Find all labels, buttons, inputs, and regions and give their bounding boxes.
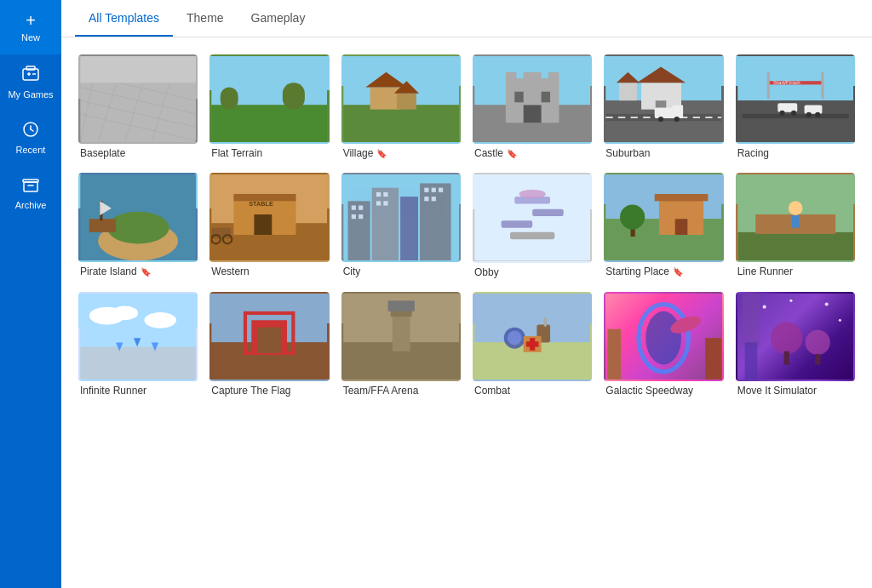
svg-rect-84 <box>371 188 398 261</box>
svg-rect-110 <box>675 219 688 235</box>
sidebar-item-new[interactable]: + New <box>0 0 61 54</box>
svg-rect-39 <box>514 92 523 103</box>
template-name-move-it-simulator: Move It Simulator <box>736 381 855 398</box>
tab-all-templates[interactable]: All Templates <box>75 1 173 37</box>
sidebar-archive-label: Archive <box>15 200 47 210</box>
svg-point-161 <box>838 318 840 321</box>
template-thumbnail-castle <box>473 54 592 144</box>
tab-gameplay[interactable]: Gameplay <box>238 1 319 37</box>
template-card-pirate-island[interactable]: Pirate Island🔖 <box>78 173 198 279</box>
template-name-castle: Castle🔖 <box>473 144 592 161</box>
svg-rect-109 <box>655 194 708 201</box>
svg-point-158 <box>762 305 766 308</box>
template-card-castle[interactable]: Castle🔖 <box>473 54 592 161</box>
template-card-team-arena[interactable]: Team/FFA Arena <box>341 292 461 398</box>
template-thumbnail-combat <box>473 292 592 381</box>
sidebar-item-my-games[interactable]: My Games <box>0 54 61 110</box>
tab-theme[interactable]: Theme <box>173 1 238 37</box>
bookmark-icon: 🔖 <box>673 267 683 277</box>
svg-rect-30 <box>397 94 416 110</box>
template-thumbnail-move-it-simulator <box>736 292 855 381</box>
svg-rect-133 <box>392 311 410 351</box>
template-card-obby[interactable]: Obby <box>473 173 592 279</box>
template-name-line-runner: Line Runner <box>736 262 855 279</box>
svg-point-122 <box>144 311 176 328</box>
svg-rect-23 <box>212 105 328 142</box>
svg-rect-99 <box>431 197 435 201</box>
template-card-move-it-simulator[interactable]: Move It Simulator <box>736 292 855 398</box>
svg-rect-141 <box>544 317 547 326</box>
svg-rect-130 <box>258 327 281 352</box>
template-thumbnail-city <box>341 173 461 262</box>
template-card-suburban[interactable]: Suburban <box>604 54 723 161</box>
plus-icon: + <box>26 12 36 29</box>
svg-rect-96 <box>431 188 435 192</box>
template-card-flat-terrain[interactable]: Flat Terrain <box>209 54 329 161</box>
template-card-starting-place[interactable]: Starting Place🔖 <box>604 173 723 279</box>
svg-rect-35 <box>506 72 517 83</box>
template-card-galactic-speedway[interactable]: Galactic Speedway <box>604 292 723 398</box>
template-card-capture-flag[interactable]: Capture The Flag <box>209 292 329 398</box>
svg-rect-70 <box>89 219 116 232</box>
svg-point-69 <box>107 212 169 244</box>
template-thumbnail-obby <box>473 173 592 262</box>
bookmark-icon: 🔖 <box>376 149 387 158</box>
svg-point-154 <box>771 322 803 354</box>
svg-rect-87 <box>351 206 355 210</box>
svg-rect-40 <box>542 92 550 103</box>
svg-point-112 <box>620 205 645 230</box>
svg-rect-114 <box>737 232 853 260</box>
template-name-capture-flag: Capture The Flag <box>209 381 329 398</box>
svg-rect-89 <box>351 214 355 219</box>
template-card-racing[interactable]: Start/Finish Racing <box>736 54 855 161</box>
my-games-icon <box>21 65 40 86</box>
svg-rect-86 <box>420 184 451 261</box>
template-thumbnail-baseplate <box>78 54 198 144</box>
sidebar-item-recent[interactable]: Recent <box>0 110 61 165</box>
svg-rect-65 <box>766 72 769 99</box>
svg-rect-97 <box>439 188 443 192</box>
svg-rect-135 <box>387 300 414 311</box>
svg-rect-1 <box>26 66 35 70</box>
svg-point-53 <box>674 117 680 122</box>
svg-rect-62 <box>804 105 822 113</box>
template-card-city[interactable]: City <box>341 173 461 279</box>
svg-rect-94 <box>383 202 387 206</box>
svg-point-4 <box>32 73 34 75</box>
svg-rect-46 <box>619 83 637 100</box>
svg-point-160 <box>824 302 828 305</box>
bookmark-icon: 🔖 <box>141 267 151 277</box>
sidebar-item-archive[interactable]: Archive <box>0 165 61 220</box>
svg-rect-92 <box>383 192 387 197</box>
template-thumbnail-racing: Start/Finish <box>736 54 855 144</box>
template-card-line-runner[interactable]: Line Runner <box>736 173 855 279</box>
svg-rect-155 <box>783 351 789 364</box>
template-thumbnail-pirate-island <box>78 173 198 262</box>
svg-rect-91 <box>376 192 381 197</box>
template-card-combat[interactable]: Combat <box>473 292 592 398</box>
svg-point-139 <box>508 330 522 345</box>
template-card-baseplate[interactable]: Baseplate <box>78 54 198 161</box>
svg-point-5 <box>34 73 36 75</box>
svg-rect-98 <box>424 197 428 201</box>
svg-rect-149 <box>608 328 622 379</box>
svg-rect-93 <box>376 202 381 206</box>
svg-rect-66 <box>821 72 823 99</box>
svg-point-60 <box>779 111 784 116</box>
template-card-western[interactable]: STABLE Western <box>209 173 329 279</box>
svg-rect-119 <box>80 346 196 380</box>
svg-rect-100 <box>474 174 590 260</box>
svg-rect-10 <box>24 182 37 191</box>
svg-rect-144 <box>526 341 539 346</box>
svg-text:Start/Finish: Start/Finish <box>773 79 800 85</box>
svg-point-64 <box>815 112 820 117</box>
template-card-village[interactable]: Village🔖 <box>341 54 461 161</box>
svg-point-159 <box>789 299 792 301</box>
svg-point-63 <box>806 112 811 117</box>
svg-rect-88 <box>359 206 363 210</box>
sidebar-recent-label: Recent <box>16 145 46 155</box>
template-name-team-arena: Team/FFA Arena <box>341 381 461 398</box>
sidebar-my-games-label: My Games <box>8 89 53 100</box>
svg-rect-28 <box>370 88 401 110</box>
template-card-infinite-runner[interactable]: Infinite Runner <box>78 292 198 398</box>
